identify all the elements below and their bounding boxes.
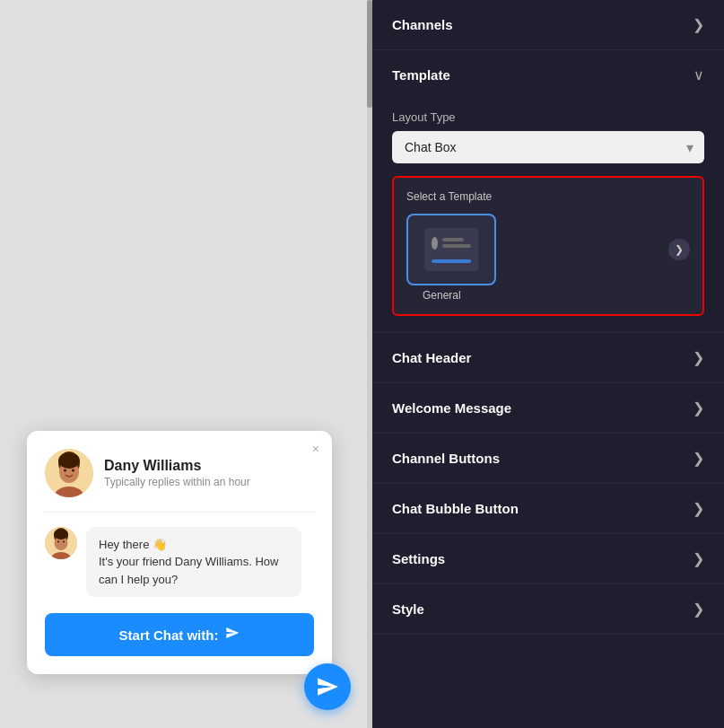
chat-bubble-button-label: Chat Bubble Button — [392, 501, 519, 516]
select-template-box: Select a Template — [392, 176, 704, 316]
chevron-right-icon-7: ❯ — [693, 601, 704, 618]
channels-section[interactable]: Channels ❯ — [372, 0, 724, 50]
template-nav-next[interactable]: ❯ — [668, 239, 690, 260]
chevron-right-icon-3: ❯ — [693, 399, 704, 417]
chevron-right-icon-2: ❯ — [693, 349, 704, 366]
svg-point-3 — [58, 452, 80, 469]
style-label: Style — [392, 601, 424, 617]
chat-widget-preview: × — [27, 431, 332, 675]
chat-bubble-button[interactable] — [304, 663, 351, 710]
template-card-label: General — [423, 289, 461, 302]
chat-bubble-button-section[interactable]: Chat Bubble Button ❯ — [372, 484, 724, 534]
thumb-line-medium — [442, 244, 471, 248]
thumb-avatar-row — [432, 237, 471, 250]
template-body: Layout Type Chat Box Popup Full Screen ▾… — [372, 100, 724, 332]
chevron-down-icon: ∨ — [693, 66, 704, 83]
settings-section[interactable]: Settings ❯ — [372, 534, 724, 584]
chevron-right-icon-5: ❯ — [693, 500, 704, 517]
channels-label: Channels — [392, 17, 453, 32]
svg-point-12 — [63, 540, 65, 542]
scrollbar-thumb — [367, 0, 372, 108]
svg-point-10 — [54, 529, 68, 539]
chevron-right-icon-6: ❯ — [693, 550, 704, 567]
welcome-message-section[interactable]: Welcome Message ❯ — [372, 383, 724, 434]
settings-label: Settings — [392, 551, 445, 566]
layout-type-select[interactable]: Chat Box Popup Full Screen — [392, 131, 704, 163]
template-section: Template ∨ Layout Type Chat Box Popup Fu… — [372, 50, 724, 333]
svg-point-4 — [64, 469, 66, 471]
template-thumbnail — [424, 228, 478, 271]
svg-point-5 — [72, 469, 74, 471]
layout-type-label: Layout Type — [392, 110, 704, 124]
chevron-right-icon-4: ❯ — [693, 450, 704, 467]
agent-status: Typically replies within an hour — [104, 476, 250, 488]
template-card-general[interactable] — [406, 214, 496, 285]
agent-info: Dany Williams Typically replies within a… — [104, 458, 250, 488]
message-bubble: Hey there 👋 It's your friend Dany Willia… — [86, 527, 301, 598]
select-template-title: Select a Template — [406, 190, 690, 203]
thumb-line-blue — [432, 259, 471, 263]
agent-name: Dany Williams — [104, 458, 250, 474]
avatar — [45, 449, 93, 497]
left-panel: × — [0, 0, 372, 728]
start-chat-button[interactable]: Start Chat with: — [45, 613, 314, 656]
template-options-row: General ❯ — [406, 214, 690, 285]
style-section[interactable]: Style ❯ — [372, 584, 724, 635]
layout-type-select-wrapper: Chat Box Popup Full Screen ▾ — [392, 131, 704, 163]
thumb-line-short — [442, 238, 464, 241]
send-icon — [225, 626, 240, 644]
chat-message-area: Hey there 👋 It's your friend Dany Willia… — [45, 527, 314, 598]
thumb-avatar-circle — [432, 237, 438, 250]
chat-header-label: Chat Header — [392, 350, 471, 365]
channel-buttons-section[interactable]: Channel Buttons ❯ — [372, 434, 724, 484]
left-scrollbar[interactable] — [367, 0, 372, 728]
widget-header: Dany Williams Typically replies within a… — [45, 449, 314, 513]
right-panel: Channels ❯ Template ∨ Layout Type Chat B… — [372, 0, 724, 728]
chat-header-section[interactable]: Chat Header ❯ — [372, 333, 724, 383]
template-header[interactable]: Template ∨ — [372, 50, 724, 100]
template-label: Template — [392, 67, 450, 83]
avatar-small — [45, 527, 77, 559]
welcome-message-label: Welcome Message — [392, 400, 511, 416]
chevron-right-icon: ❯ — [693, 16, 704, 33]
close-icon[interactable]: × — [312, 442, 319, 456]
channel-buttons-label: Channel Buttons — [392, 451, 500, 466]
svg-point-11 — [57, 540, 59, 542]
